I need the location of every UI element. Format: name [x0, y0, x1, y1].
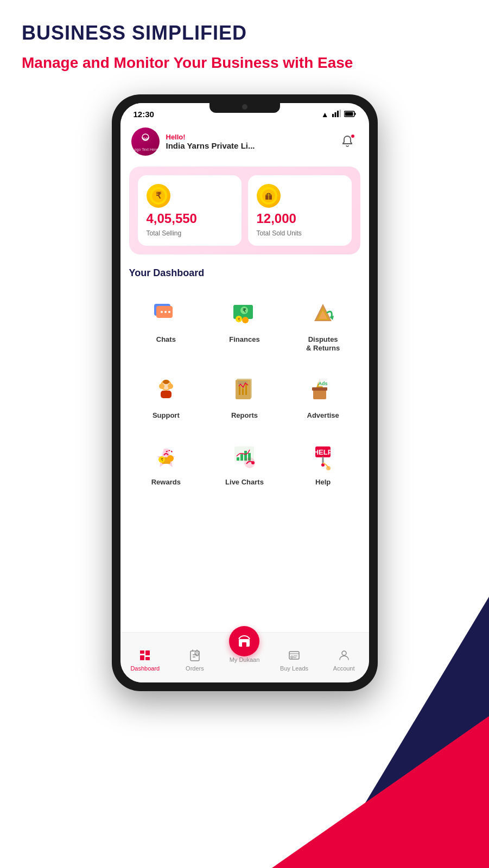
wifi-icon: ▲ — [321, 110, 329, 119]
notification-dot — [351, 134, 355, 138]
logo-text: Logo Text Here — [132, 148, 158, 151]
bottom-nav: Dashboard — [120, 632, 369, 682]
dashboard-item-reports[interactable]: Reports — [207, 363, 282, 426]
battery-icon — [344, 110, 356, 119]
main-subheadline: Manage and Monitor Your Business with Ea… — [22, 53, 467, 73]
svg-rect-47 — [313, 390, 326, 399]
svg-text:₹: ₹ — [156, 191, 162, 200]
reports-icon — [227, 372, 262, 407]
svg-text:₹: ₹ — [160, 457, 163, 462]
livecharts-icon — [227, 439, 262, 474]
mydukaan-nav-label: My Dukaan — [230, 656, 260, 663]
rewards-label: Rewards — [151, 478, 181, 487]
help-icon: HELP — [306, 439, 340, 474]
orders-nav-icon — [187, 648, 202, 663]
advertise-label: Advertise — [307, 411, 339, 420]
svg-rect-37 — [161, 385, 163, 388]
chats-label: Chats — [156, 335, 176, 344]
dashboard-item-advertise[interactable]: Ads Advertise — [286, 363, 360, 426]
svg-rect-69 — [140, 650, 144, 654]
dashboard-nav-icon — [137, 648, 153, 663]
dashboard-title: Your Dashboard — [129, 267, 360, 279]
rewards-icon: ₹ — [149, 439, 183, 474]
units-value: 12,000 — [257, 211, 343, 226]
svg-rect-3 — [339, 110, 341, 117]
company-name: India Yarns Private Li... — [166, 141, 255, 150]
dashboard-item-rewards[interactable]: ₹ Rewards — [129, 430, 204, 493]
svg-rect-0 — [332, 114, 334, 117]
nav-item-dashboard[interactable]: Dashboard — [120, 646, 170, 674]
orders-nav-label: Orders — [186, 665, 204, 672]
svg-point-26 — [242, 317, 249, 323]
nav-item-orders[interactable]: Orders — [170, 646, 220, 674]
phone-camera — [242, 104, 247, 110]
app-logo: Logo Text Here — [131, 127, 160, 156]
mydukaan-center-btn[interactable] — [229, 626, 259, 656]
svg-rect-34 — [161, 391, 172, 398]
finances-icon: ₹ ₹ — [227, 296, 262, 331]
svg-rect-59 — [240, 454, 243, 461]
svg-rect-6 — [345, 112, 353, 116]
selling-label: Total Selling — [147, 229, 233, 237]
dashboard-grid: Chats ₹ ₹ — [129, 288, 360, 493]
nav-item-mydukaan[interactable]: My Dukaan — [220, 626, 270, 663]
phone-screen: 12:30 ▲ — [120, 103, 369, 682]
disputes-icon — [306, 296, 340, 331]
svg-point-85 — [342, 651, 346, 655]
nav-item-account[interactable]: Account — [319, 646, 369, 674]
svg-rect-70 — [140, 655, 144, 660]
advertise-icon: Ads — [306, 372, 340, 407]
status-icons: ▲ — [321, 110, 356, 119]
svg-rect-2 — [337, 111, 339, 117]
buyleads-nav-icon — [287, 648, 302, 663]
svg-point-39 — [163, 380, 169, 384]
dashboard-item-finances[interactable]: ₹ ₹ Finances — [207, 288, 282, 359]
support-label: Support — [153, 411, 180, 420]
svg-point-55 — [167, 455, 174, 462]
dashboard-section: Your Dashboard — [120, 263, 369, 501]
dashboard-item-support[interactable]: Support — [129, 363, 204, 426]
account-nav-label: Account — [333, 665, 355, 672]
page-content: BUSINESS SIMPLIFIED Manage and Monitor Y… — [0, 0, 489, 691]
stat-card-units[interactable]: 12,000 Total Sold Units — [248, 175, 352, 246]
svg-point-19 — [161, 311, 163, 313]
notification-button[interactable] — [336, 131, 358, 152]
app-header: Logo Text Here Hello! India Yarns Privat… — [120, 123, 369, 162]
svg-rect-80 — [289, 652, 299, 659]
nav-item-buyleads[interactable]: Buy Leads — [269, 646, 319, 674]
svg-rect-5 — [354, 113, 355, 115]
disputes-label: Disputes& Returns — [306, 335, 340, 352]
svg-rect-72 — [145, 657, 150, 660]
support-icon — [149, 372, 183, 407]
svg-rect-44 — [245, 384, 247, 395]
svg-text:Ads: Ads — [319, 381, 328, 386]
finances-label: Finances — [229, 335, 259, 344]
svg-rect-79 — [242, 642, 246, 647]
dashboard-item-livecharts[interactable]: Live Charts — [207, 430, 282, 493]
header-text: Hello! India Yarns Private Li... — [166, 133, 255, 150]
stat-card-selling[interactable]: ₹ 4,05,550 Total Selling — [138, 175, 242, 246]
dashboard-item-disputes[interactable]: Disputes& Returns — [286, 288, 360, 359]
svg-point-68 — [326, 466, 331, 470]
dashboard-item-chats[interactable]: Chats — [129, 288, 204, 359]
buyleads-nav-label: Buy Leads — [280, 665, 308, 672]
status-time: 12:30 — [134, 110, 154, 119]
greeting-text: Hello! — [166, 133, 255, 141]
svg-rect-71 — [145, 650, 150, 655]
svg-rect-48 — [312, 387, 327, 391]
phone-mockup: 12:30 ▲ — [112, 94, 378, 691]
header-left: Logo Text Here Hello! India Yarns Privat… — [131, 127, 255, 156]
units-label: Total Sold Units — [257, 229, 343, 237]
rupee-icon: ₹ — [147, 184, 170, 208]
help-label: Help — [315, 478, 331, 487]
phone-wrapper: 12:30 ▲ — [22, 94, 467, 691]
svg-text:₹: ₹ — [243, 308, 246, 314]
dashboard-item-help[interactable]: HELP Help — [286, 430, 360, 493]
svg-rect-1 — [334, 112, 336, 117]
box-icon — [257, 184, 281, 208]
svg-rect-38 — [169, 385, 172, 388]
svg-point-20 — [164, 311, 167, 313]
svg-text:HELP: HELP — [314, 448, 333, 456]
account-nav-icon — [336, 648, 352, 663]
chats-icon — [149, 296, 183, 331]
